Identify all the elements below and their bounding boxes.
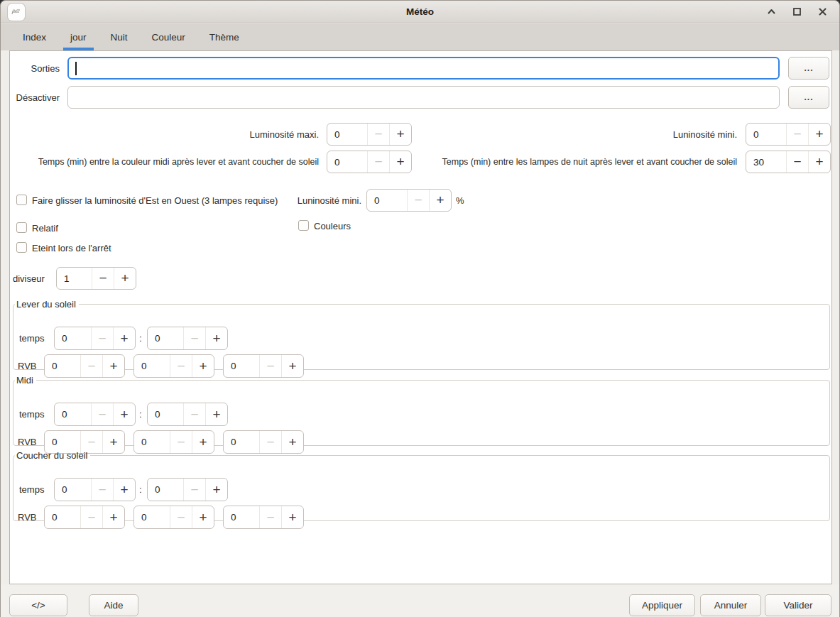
app-window: Météo Index jour Nuit Couleur Thème Sort…	[0, 0, 840, 617]
eteint-checkbox[interactable]	[16, 242, 27, 253]
plus-icon[interactable]: +	[808, 124, 830, 145]
lum-maxi-value[interactable]: 0	[327, 124, 367, 145]
lever-vert-value[interactable]: 0	[134, 355, 170, 377]
maximize-window-button[interactable]	[791, 6, 802, 18]
lever-minute-spinner: 0 − +	[147, 327, 228, 350]
group-midi-title: Midi	[15, 375, 36, 386]
lum-mini-value[interactable]: 0	[746, 124, 786, 145]
colon-separator: :	[139, 403, 142, 426]
diviseur-label: diviseur	[13, 267, 45, 290]
temps-lampes-label: Temps (min) entre les lampes de nuit apr…	[442, 151, 737, 173]
plus-icon[interactable]: +	[113, 327, 135, 349]
coucher-bleu-value[interactable]: 0	[224, 506, 259, 528]
plus-icon[interactable]: +	[113, 403, 135, 425]
plus-icon[interactable]: +	[389, 151, 411, 173]
couleurs-checkbox[interactable]	[298, 220, 309, 231]
minus-icon[interactable]: −	[91, 479, 113, 501]
group-lever-title: Lever du soleil	[15, 299, 79, 310]
minus-icon[interactable]: −	[92, 268, 114, 289]
temps-couleur-value[interactable]: 0	[327, 151, 367, 173]
plus-icon[interactable]: +	[205, 327, 227, 349]
lever-rouge-value[interactable]: 0	[45, 355, 80, 377]
plus-icon[interactable]: +	[281, 506, 303, 528]
rvb-label: RVB	[18, 506, 37, 529]
coucher-vert-value[interactable]: 0	[134, 506, 170, 528]
midi-minute-value[interactable]: 0	[148, 403, 183, 425]
lum-maxi-label: Luminosité maxi.	[249, 123, 319, 146]
lever-heure-spinner: 0 − +	[54, 327, 136, 350]
temps-lampes-spinner: 30 − +	[746, 151, 831, 173]
close-window-button[interactable]	[817, 6, 828, 18]
temps-label: temps	[19, 478, 44, 501]
tab-jour[interactable]: jour	[63, 24, 94, 50]
sorties-input[interactable]	[67, 57, 780, 80]
valider-button[interactable]: Valider	[765, 594, 831, 616]
minus-icon[interactable]: −	[183, 479, 205, 501]
app-icon[interactable]	[8, 4, 25, 21]
lum-mini-label: Luninosité mini.	[673, 123, 737, 146]
plus-icon[interactable]: +	[281, 355, 303, 377]
tab-bar: Index jour Nuit Couleur Thème	[1, 24, 839, 50]
minus-icon[interactable]: −	[91, 327, 113, 349]
coucher-minute-value[interactable]: 0	[148, 479, 183, 501]
midi-minute-spinner: 0 − +	[147, 403, 228, 426]
lever-minute-value[interactable]: 0	[148, 327, 183, 349]
minus-icon[interactable]: −	[259, 355, 281, 377]
lever-bleu-value[interactable]: 0	[224, 355, 259, 377]
lum-mini-pct-label: Luninosité mini.	[298, 189, 361, 212]
midi-heure-value[interactable]: 0	[55, 403, 91, 425]
minus-icon[interactable]: −	[786, 151, 808, 173]
minus-icon[interactable]: −	[786, 124, 808, 145]
desactiver-browse-button[interactable]: ...	[788, 86, 829, 109]
minus-icon[interactable]: −	[183, 327, 205, 349]
coucher-heure-value[interactable]: 0	[55, 479, 91, 501]
coucher-bleu-spinner: 0 − +	[223, 506, 304, 529]
desactiver-input[interactable]	[67, 86, 780, 109]
coucher-minute-spinner: 0 − +	[147, 478, 228, 501]
plus-icon[interactable]: +	[102, 355, 124, 377]
plus-icon[interactable]: +	[113, 479, 135, 501]
minus-icon[interactable]: −	[407, 190, 429, 211]
relatif-checkbox[interactable]	[16, 222, 27, 233]
minus-icon[interactable]: −	[91, 403, 113, 425]
minus-icon[interactable]: −	[170, 506, 192, 528]
tab-couleur[interactable]: Couleur	[145, 24, 192, 50]
plus-icon[interactable]: +	[429, 190, 451, 211]
coucher-rouge-value[interactable]: 0	[45, 506, 80, 528]
tab-index[interactable]: Index	[16, 24, 53, 50]
diviseur-value[interactable]: 1	[57, 268, 92, 289]
aide-button[interactable]: Aide	[89, 594, 138, 616]
lum-mini-spinner: 0 − +	[746, 123, 831, 146]
plus-icon[interactable]: +	[192, 506, 214, 528]
shade-window-button[interactable]	[765, 6, 777, 18]
plus-icon[interactable]: +	[389, 124, 411, 145]
plus-icon[interactable]: +	[192, 355, 214, 377]
temps-lampes-value[interactable]: 30	[746, 151, 786, 173]
sorties-browse-button[interactable]: ...	[788, 57, 829, 80]
plus-icon[interactable]: +	[205, 403, 227, 425]
tab-nuit[interactable]: Nuit	[104, 24, 135, 50]
temps-label: temps	[19, 327, 44, 350]
minus-icon[interactable]: −	[259, 506, 281, 528]
minus-icon[interactable]: −	[183, 403, 205, 425]
minus-icon[interactable]: −	[80, 506, 102, 528]
annuler-button[interactable]: Annuler	[700, 594, 761, 616]
window-title: Météo	[1, 6, 839, 17]
minus-icon[interactable]: −	[367, 151, 389, 173]
lever-heure-value[interactable]: 0	[55, 327, 91, 349]
minus-icon[interactable]: −	[170, 355, 192, 377]
plus-icon[interactable]: +	[808, 151, 830, 173]
tab-theme[interactable]: Thème	[202, 24, 246, 50]
lum-mini-pct-value[interactable]: 0	[367, 190, 407, 211]
code-button[interactable]: </>	[9, 594, 67, 616]
plus-icon[interactable]: +	[102, 506, 124, 528]
glisser-checkbox[interactable]	[16, 195, 27, 205]
appliquer-button[interactable]: Appliquer	[629, 594, 695, 616]
group-midi: Midi temps 0 − + : 0 − + RVB 0 − + 0 −	[13, 375, 830, 446]
minus-icon[interactable]: −	[367, 124, 389, 145]
plus-icon[interactable]: +	[205, 479, 227, 501]
plus-icon[interactable]: +	[114, 268, 136, 289]
group-lever-du-soleil: Lever du soleil temps 0 − + : 0 − + RVB …	[13, 299, 830, 370]
group-coucher-du-soleil: Coucher du soleil temps 0 − + : 0 − + RV…	[13, 450, 830, 521]
minus-icon[interactable]: −	[80, 355, 102, 377]
